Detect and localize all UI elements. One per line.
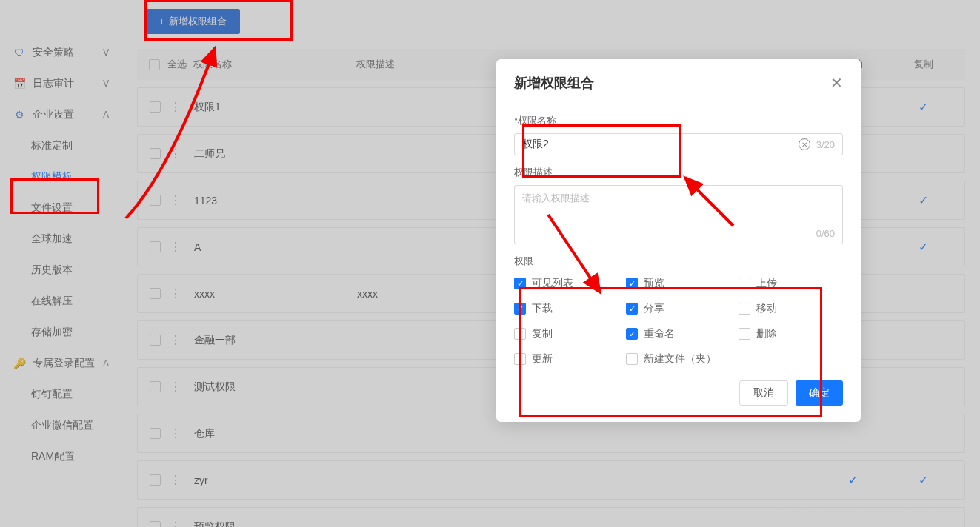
permission-checkbox-item[interactable]: 上传 xyxy=(739,277,843,290)
name-input-wrap: ✕ 3/20 xyxy=(514,133,843,155)
checkbox[interactable]: ✓ xyxy=(626,328,638,340)
permission-checkbox-item[interactable]: ✓预览 xyxy=(626,277,730,290)
checkbox[interactable] xyxy=(514,353,526,365)
permission-label: 预览 xyxy=(644,277,664,290)
desc-label: 权限描述 xyxy=(514,166,843,179)
name-label: 权限名称 xyxy=(514,114,843,127)
permission-checkbox-item[interactable]: 新建文件（夹） xyxy=(626,352,730,366)
permission-checkbox-item[interactable]: ✓下载 xyxy=(514,302,619,315)
desc-textarea-wrap: 0/60 xyxy=(514,185,843,244)
desc-textarea[interactable] xyxy=(522,192,835,229)
add-permission-modal: 新增权限组合 ✕ 权限名称 ✕ 3/20 权限描述 0/60 权限 ✓可见列表✓… xyxy=(496,59,861,422)
checkbox[interactable] xyxy=(739,328,750,340)
permission-grid: ✓可见列表✓预览上传✓下载✓分享移动复制✓重命名删除更新新建文件（夹） xyxy=(514,277,843,366)
name-input[interactable] xyxy=(522,138,799,150)
permission-checkbox-item[interactable]: 更新 xyxy=(514,352,619,366)
name-char-count: 3/20 xyxy=(816,139,835,150)
permission-label: 删除 xyxy=(756,327,777,340)
permission-label: 移动 xyxy=(756,302,777,315)
permission-label: 更新 xyxy=(532,352,553,366)
checkbox[interactable] xyxy=(626,353,638,365)
watermark: CSDN @csdn565973850 xyxy=(777,505,974,524)
permission-checkbox-item[interactable]: ✓分享 xyxy=(626,302,730,315)
desc-char-count: 0/60 xyxy=(816,228,835,239)
checkbox[interactable] xyxy=(739,303,750,315)
checkbox[interactable]: ✓ xyxy=(514,278,526,289)
permission-label: 重命名 xyxy=(644,327,675,340)
checkbox[interactable]: ✓ xyxy=(626,278,638,289)
checkbox[interactable]: ✓ xyxy=(514,303,526,315)
permission-label: 分享 xyxy=(644,302,664,315)
modal-title: 新增权限组合 xyxy=(514,74,594,92)
close-icon[interactable]: ✕ xyxy=(830,74,843,92)
permission-label: 可见列表 xyxy=(532,277,573,290)
checkbox[interactable] xyxy=(514,328,526,340)
cancel-button[interactable]: 取消 xyxy=(739,380,788,406)
checkbox[interactable]: ✓ xyxy=(626,303,638,315)
permission-checkbox-item[interactable]: 复制 xyxy=(514,327,619,340)
permission-checkbox-item[interactable]: 删除 xyxy=(739,327,843,340)
clear-icon[interactable]: ✕ xyxy=(799,138,810,150)
permission-label: 上传 xyxy=(756,277,777,290)
perm-label: 权限 xyxy=(514,255,843,268)
permission-label: 下载 xyxy=(532,302,553,315)
permission-checkbox-item[interactable]: ✓重命名 xyxy=(626,327,730,340)
checkbox[interactable] xyxy=(739,278,750,289)
permission-checkbox-item[interactable]: 移动 xyxy=(739,302,843,315)
ok-button[interactable]: 确定 xyxy=(796,380,843,406)
permission-label: 新建文件（夹） xyxy=(644,352,716,366)
permission-checkbox-item[interactable]: ✓可见列表 xyxy=(514,277,619,290)
permission-label: 复制 xyxy=(532,327,553,340)
